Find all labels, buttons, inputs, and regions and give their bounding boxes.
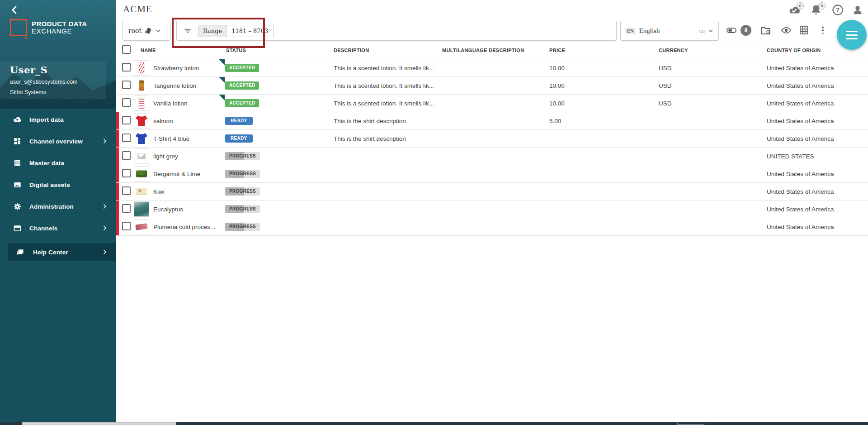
cloud-upload-icon bbox=[13, 115, 22, 124]
sidebar-item-administration[interactable]: Administration bbox=[0, 196, 116, 217]
row-alert-bar bbox=[116, 165, 119, 182]
sidebar-nav: Import data Channel overview Master data… bbox=[0, 109, 116, 422]
column-header-currency[interactable]: CURRENCY bbox=[659, 48, 767, 53]
currency-cell: USD bbox=[659, 65, 767, 72]
status-badge: ACCEPTED bbox=[225, 64, 259, 72]
column-header-name[interactable]: NAME bbox=[134, 48, 225, 53]
country-cell: United States of America bbox=[767, 135, 868, 142]
product-name[interactable]: light grey bbox=[153, 153, 178, 160]
sidebar-item-import-data[interactable]: Import data bbox=[0, 109, 116, 130]
range-filter-chip[interactable]: Range 1181 – 8703 bbox=[198, 25, 274, 37]
row-alert-bar bbox=[116, 148, 119, 165]
context-selector-value: root bbox=[128, 27, 142, 34]
product-name[interactable]: Eucalyptus bbox=[153, 206, 183, 213]
toggle-switch-icon[interactable] bbox=[726, 25, 737, 36]
table-row[interactable]: T-Shirt 4 blue READY This is the shirt d… bbox=[116, 130, 868, 148]
product-thumbnail bbox=[134, 184, 149, 199]
app-window: PRODUCT DATA EXCHANGE User_S user_s@stib… bbox=[0, 0, 868, 425]
row-checkbox[interactable] bbox=[122, 186, 131, 195]
row-checkbox[interactable] bbox=[122, 98, 131, 107]
product-name[interactable]: Tangerine lotion bbox=[153, 82, 196, 89]
product-data-exchange-logo[interactable]: PRODUCT DATA EXCHANGE bbox=[10, 19, 87, 36]
product-name[interactable]: T-Shirt 4 blue bbox=[153, 135, 189, 142]
chevron-right-icon bbox=[102, 249, 108, 255]
filter-funnel-icon bbox=[183, 26, 192, 35]
status-badge: PROGRESS bbox=[225, 187, 260, 196]
table-row[interactable]: Plumeria cold proces... PROGRESS United … bbox=[116, 218, 868, 236]
currency-cell: USD bbox=[659, 82, 767, 89]
select-all-checkbox[interactable] bbox=[122, 45, 131, 54]
context-selector-dropdown[interactable]: root bbox=[123, 21, 170, 41]
table-row[interactable]: salmon READY This is the shirt descripti… bbox=[116, 112, 868, 130]
notifications-bell-button[interactable]: 0 bbox=[810, 4, 823, 17]
country-cell: United States of America bbox=[767, 100, 868, 107]
collapse-sidebar-button[interactable] bbox=[9, 5, 20, 15]
column-header-price[interactable]: PRICE bbox=[549, 48, 659, 53]
scrollbar-handle[interactable] bbox=[677, 423, 704, 425]
logo-line2: EXCHANGE bbox=[32, 28, 87, 35]
product-thumbnail bbox=[134, 78, 149, 93]
scrollbar-thumb[interactable] bbox=[22, 422, 176, 425]
description-cell: This is a scented lotion. It smells lik.… bbox=[334, 65, 442, 72]
table-row[interactable]: light grey PROGRESS UNITED STATES bbox=[116, 148, 868, 165]
user-name: User_S bbox=[10, 64, 106, 76]
table-row[interactable]: Eucalyptus PROGRESS United States of Ame… bbox=[116, 201, 868, 218]
row-alert-bar bbox=[116, 183, 119, 200]
row-checkbox[interactable] bbox=[122, 169, 131, 177]
column-header-status[interactable]: STATUS bbox=[225, 48, 334, 53]
table-row[interactable]: Strawberry lotion ACCEPTED This is a sce… bbox=[116, 59, 868, 77]
product-name[interactable]: Strawberry lotion bbox=[153, 65, 199, 72]
sidebar-item-digital-assets[interactable]: Digital assets bbox=[0, 174, 116, 196]
status-badge: ACCEPTED bbox=[225, 99, 259, 107]
sidebar-item-label: Help Center bbox=[33, 249, 68, 256]
folder-sync-button[interactable] bbox=[760, 25, 771, 36]
product-name[interactable]: salmon bbox=[153, 118, 173, 124]
chevron-right-icon bbox=[102, 204, 108, 209]
product-thumbnail bbox=[134, 96, 149, 111]
main-menu-fab-button[interactable] bbox=[837, 20, 867, 50]
filter-search-bar[interactable]: Range 1181 – 8703 bbox=[176, 21, 617, 41]
table-row[interactable]: Kiwi PROGRESS United States of America bbox=[116, 183, 868, 201]
help-button[interactable]: ? bbox=[831, 4, 845, 17]
list-icon bbox=[13, 158, 22, 167]
row-checkbox[interactable] bbox=[122, 204, 131, 213]
sidebar-item-channels[interactable]: Channels bbox=[0, 217, 116, 239]
row-checkbox[interactable] bbox=[122, 63, 131, 72]
status-badge: READY bbox=[225, 117, 253, 125]
product-name[interactable]: Plumeria cold proces... bbox=[153, 224, 215, 230]
sidebar-item-channel-overview[interactable]: Channel overview bbox=[0, 130, 116, 152]
chevron-down-icon bbox=[155, 28, 161, 34]
sidebar-item-label: Channel overview bbox=[29, 138, 83, 145]
horizontal-scrollbar[interactable] bbox=[0, 422, 868, 425]
table-row[interactable]: Vanilla lotion ACCEPTED This is a scente… bbox=[116, 95, 868, 112]
table-row[interactable]: Tangerine lotion ACCEPTED This is a scen… bbox=[116, 77, 868, 95]
availability-check-button[interactable]: 0 bbox=[788, 4, 802, 17]
sidebar-item-help-center[interactable]: Help Center bbox=[8, 243, 116, 261]
product-name[interactable]: Vanilla lotion bbox=[153, 100, 188, 107]
user-profile-button[interactable] bbox=[851, 4, 865, 17]
table-header-row: NAME STATUS DESCRIPTION MULTILANGUAGE DE… bbox=[116, 42, 868, 59]
row-checkbox[interactable] bbox=[122, 222, 131, 230]
more-options-kebab-button[interactable] bbox=[817, 25, 826, 36]
row-checkbox[interactable] bbox=[122, 116, 131, 124]
sidebar-item-label: Channels bbox=[29, 225, 57, 232]
product-thumbnail bbox=[134, 148, 149, 164]
product-thumbnail bbox=[134, 131, 149, 146]
column-header-description[interactable]: DESCRIPTION bbox=[334, 48, 442, 53]
product-name[interactable]: Kiwi bbox=[153, 188, 165, 195]
table-view-button[interactable] bbox=[798, 25, 809, 36]
preview-eye-button[interactable] bbox=[781, 25, 792, 36]
row-checkbox[interactable] bbox=[122, 134, 131, 142]
product-name[interactable]: Bergamot & Lime bbox=[153, 171, 200, 177]
language-selector-dropdown[interactable]: EN English en bbox=[620, 21, 719, 41]
sidebar-item-master-data[interactable]: Master data bbox=[0, 152, 116, 174]
sidebar-item-label: Import data bbox=[29, 116, 64, 123]
country-cell: UNITED STATES bbox=[767, 153, 868, 160]
row-checkbox[interactable] bbox=[122, 81, 131, 89]
user-company: Stibo Systems bbox=[10, 89, 106, 96]
column-header-multilanguage[interactable]: MULTILANGUAGE DESCRIPTION bbox=[442, 48, 549, 53]
row-checkbox[interactable] bbox=[122, 151, 131, 160]
status-badge: PROGRESS bbox=[225, 170, 260, 178]
table-row[interactable]: Bergamot & Lime PROGRESS United States o… bbox=[116, 165, 868, 183]
context-tag-icon bbox=[143, 26, 152, 35]
